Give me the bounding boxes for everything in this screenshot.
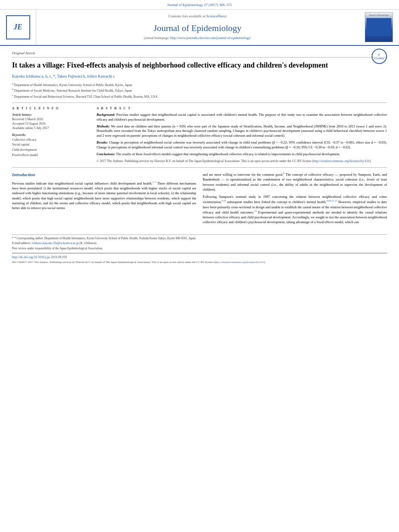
received-date: Received 3 March 2016 xyxy=(12,117,88,121)
keyword-2: Social capital xyxy=(12,142,88,148)
journal-homepage: journal homepage: http://www.journals.el… xyxy=(144,36,251,41)
article-history: Article history: Received 3 March 2016 A… xyxy=(12,113,88,131)
bottom-footer: http://dx.doi.org/10.1016/j.jje.2016.08.… xyxy=(12,253,387,265)
sciencedirect-link[interactable]: ScienceDirect xyxy=(206,14,226,18)
article-info-col: A R T I C L E I N F O Article history: R… xyxy=(12,106,88,164)
footer-legal: 0917-5040/© 2017 The Authors. Publishing… xyxy=(12,261,387,265)
keyword-4: Fixed-effects model xyxy=(12,153,88,158)
banner-left: JE xyxy=(0,10,36,45)
affiliations: a Department of Health Informatics, Kyot… xyxy=(12,82,387,99)
article-type: Original Article xyxy=(12,51,387,58)
abstract-copyright: © 2017 The Authors. Publishing services … xyxy=(97,159,387,163)
affiliation-c: c Department of Social and Behavioral Sc… xyxy=(12,93,387,99)
keywords-list: Collective efficacy Social capital Child… xyxy=(12,138,88,158)
footnote-peer-review: Peer review under responsibility of the … xyxy=(12,246,387,251)
homepage-link[interactable]: http://www.journals.elsevier.com/journal… xyxy=(170,36,251,40)
abstract-col: A B S T R A C T Background: Previous stu… xyxy=(97,106,387,164)
contents-text: Contents lists available at ScienceDirec… xyxy=(169,14,227,19)
article-title: It takes a village: Fixed-effects analys… xyxy=(12,61,342,70)
authors: Kayoko Ichikawa a, b, c, *, Takeo Fujiwa… xyxy=(12,74,387,79)
contents-banner: JE Contents lists available at ScienceDi… xyxy=(0,10,399,46)
abstract-methods: Methods: We used data on children and th… xyxy=(97,124,387,139)
banner-center: Contents lists available at ScienceDirec… xyxy=(36,10,359,45)
banner-right: Journal of Epidemiology xyxy=(359,10,399,45)
footer-license-link[interactable]: http://creativecommons.org/licenses/by/4… xyxy=(215,261,264,264)
crossmark-badge: ✓ CrossMark xyxy=(372,49,387,64)
intro-para1: Previous studies indicate that neighborh… xyxy=(12,181,196,211)
journal-ref: Journal of Epidemiology 27 (2017) 368–37… xyxy=(167,3,232,7)
abstract-conclusions: Conclusions: The results of these fixed-… xyxy=(97,152,387,157)
doi-link[interactable]: http://dx.doi.org/10.1016/j.jje.2016.08.… xyxy=(12,255,387,259)
page: Journal of Epidemiology 27 (2017) 368–37… xyxy=(0,0,399,532)
journal-logo: JE xyxy=(6,15,30,39)
affiliation-b: b Department of Social Medicine, Nationa… xyxy=(12,87,387,93)
keywords-section: Keywords: Collective efficacy Social cap… xyxy=(12,133,88,158)
top-header: Journal of Epidemiology 27 (2017) 368–37… xyxy=(0,0,399,10)
journal-thumbnail: Journal of Epidemiology xyxy=(365,12,393,42)
affiliation-a: a Department of Health Informatics, Kyot… xyxy=(12,82,387,88)
footnotes: * * Corresponding author. Department of … xyxy=(12,234,387,251)
footnote-email: E-mail address: ichikawa.kayoko.35a@st.k… xyxy=(12,241,387,246)
body-content: Introduction Previous studies indicate t… xyxy=(12,172,387,227)
abstract-background: Background: Previous studies suggest tha… xyxy=(97,113,387,122)
keyword-1: Collective efficacy xyxy=(12,138,88,143)
available-date: Available online 5 July 2017 xyxy=(12,126,88,130)
intro-title: Introduction xyxy=(12,172,196,178)
divider-2 xyxy=(12,167,387,168)
footnote-email-link[interactable]: ichikawa.kayoko.35a@st.kyoto-u.ac.jp xyxy=(32,241,79,245)
cc-license-link[interactable]: http://creativecommons.org/licenses/by/4… xyxy=(313,159,370,163)
keyword-3: Child development xyxy=(12,148,88,153)
article-info-abstract: A R T I C L E I N F O Article history: R… xyxy=(12,106,387,164)
article-info-label: A R T I C L E I N F O xyxy=(12,106,88,111)
body-col-right: and are more willing to intervene for th… xyxy=(203,172,387,227)
divider-1 xyxy=(12,103,387,103)
abstract-results: Results: Change in perception of neighbo… xyxy=(97,140,387,150)
intro-para2: and are more willing to intervene for th… xyxy=(203,172,387,192)
footnote-corresponding: * * Corresponding author. Department of … xyxy=(12,236,387,241)
abstract-label: A B S T R A C T xyxy=(97,106,387,111)
accepted-date: Accepted 13 August 2016 xyxy=(12,121,88,126)
body-col-left: Introduction Previous studies indicate t… xyxy=(12,172,196,227)
journal-title: Journal of Epidemiology xyxy=(154,22,242,35)
main-content: Original Article It takes a village: Fix… xyxy=(0,46,399,231)
intro-para3: Following Sampson's seminal study in 199… xyxy=(203,194,387,225)
